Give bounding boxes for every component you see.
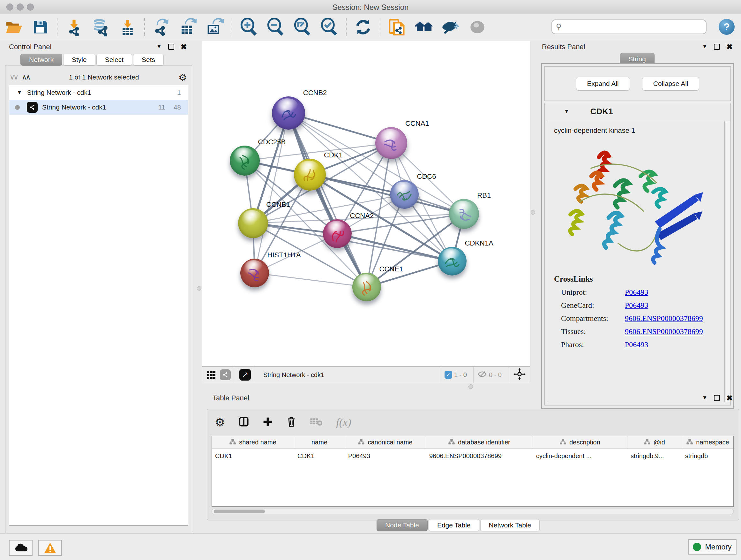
collapse-panel-icon[interactable]: ▼ [702, 395, 708, 401]
table-row[interactable]: CDK1CDK1P064939606.ENSP00000378699cyclin… [212, 449, 733, 463]
delete-column-icon[interactable] [286, 416, 296, 428]
search-box[interactable]: ⚲ [551, 19, 706, 34]
column-header-canonical-name[interactable]: canonical name [345, 436, 426, 449]
save-session-icon[interactable] [30, 17, 50, 37]
table-cell[interactable]: stringdb [682, 452, 734, 460]
cloud-status-button[interactable] [9, 540, 32, 556]
import-network-database-icon[interactable] [91, 17, 111, 37]
open-in-window-icon[interactable]: ↗ [239, 369, 251, 381]
network-node-ccnb2[interactable] [272, 97, 305, 130]
duplicate-network-icon[interactable] [387, 17, 407, 37]
crosslink-genecard-link[interactable]: P06493 [625, 301, 648, 310]
crosslink-uniprot-link[interactable]: P06493 [625, 288, 648, 297]
selected-checkbox-icon[interactable]: ✓ [445, 371, 452, 379]
network-node-cdk1[interactable] [294, 159, 326, 191]
bottom-splitter-handle[interactable] [468, 384, 473, 389]
network-view-canvas[interactable]: CCNB2CCNA1CDC25BCDK1CDC6RB1CCNB1CCNA2CDK… [202, 41, 530, 367]
close-panel-icon[interactable]: ✖ [726, 395, 733, 401]
add-column-icon[interactable] [263, 417, 273, 428]
network-edge[interactable] [255, 273, 367, 287]
network-edge[interactable] [288, 113, 367, 287]
fit-content-crosshair-icon[interactable] [514, 368, 526, 382]
show-columns-icon[interactable] [239, 416, 249, 428]
zoom-out-icon[interactable] [266, 17, 286, 37]
search-input[interactable] [562, 23, 706, 30]
node-table[interactable]: shared namenamecanonical namedatabase id… [212, 436, 734, 507]
column-header--id[interactable]: @id [627, 436, 682, 449]
network-node-cdkn1a[interactable] [438, 247, 467, 275]
tab-style[interactable]: Style [63, 54, 95, 66]
table-cell[interactable]: CDK1 [294, 452, 345, 460]
column-header-description[interactable]: description [533, 436, 627, 449]
delete-table-icon[interactable] [310, 417, 323, 428]
tab-edge-table[interactable]: Edge Table [428, 519, 479, 531]
table-cell[interactable]: 9606.ENSP00000378699 [426, 452, 533, 460]
network-node-ccne1[interactable] [352, 273, 381, 301]
table-horizontal-scrollbar[interactable] [212, 509, 734, 514]
tab-network[interactable]: Network [20, 54, 62, 66]
collapse-panel-icon[interactable]: ▼ [702, 44, 708, 50]
entry-caret-icon[interactable]: ▼ [564, 108, 569, 115]
warning-status-button[interactable] [38, 540, 62, 556]
collapse-panel-icon[interactable]: ▼ [156, 44, 162, 50]
hidden-eye-icon[interactable] [477, 370, 487, 380]
float-panel-icon[interactable] [714, 395, 720, 401]
network-node-cdc25b[interactable] [230, 145, 260, 176]
tab-network-table[interactable]: Network Table [480, 519, 540, 531]
show-all-icon[interactable] [468, 17, 487, 37]
float-panel-icon[interactable] [714, 44, 720, 50]
close-panel-icon[interactable]: ✖ [181, 44, 187, 50]
import-table-file-icon[interactable] [118, 17, 138, 37]
expand-all-button[interactable]: Expand All [576, 77, 630, 91]
scrollbar-thumb[interactable] [214, 509, 265, 513]
import-network-file-icon[interactable] [64, 17, 84, 37]
tab-select[interactable]: Select [96, 54, 132, 66]
collapse-all-networks-icon[interactable]: ∨∨ [10, 73, 17, 81]
column-header-namespace[interactable]: namespace [682, 436, 734, 449]
crosslink-tissues-link[interactable]: 9606.ENSP00000378699 [625, 327, 703, 336]
network-node-hist1h1a[interactable] [240, 259, 269, 287]
hide-selected-icon[interactable] [441, 17, 461, 37]
export-image-icon[interactable] [205, 17, 225, 37]
table-cell[interactable]: stringdb:9... [627, 452, 682, 460]
crosslink-compartments-link[interactable]: 9606.ENSP00000378699 [625, 314, 703, 323]
float-panel-icon[interactable] [168, 44, 174, 50]
table-cell[interactable]: cyclin-dependent ... [533, 452, 627, 460]
birdseye-grid-icon[interactable] [207, 371, 215, 379]
crosslink-pharos-link[interactable]: P06493 [625, 340, 648, 349]
zoom-in-icon[interactable] [239, 17, 259, 37]
export-network-icon[interactable] [151, 17, 172, 37]
zoom-selected-icon[interactable] [320, 17, 339, 37]
network-collection-row[interactable]: ▼ String Network - cdk1 1 [9, 85, 188, 100]
results-scrollbar[interactable] [726, 121, 731, 402]
network-node-ccna1[interactable] [375, 127, 407, 159]
network-node-rb1[interactable] [449, 199, 479, 229]
left-splitter-handle[interactable] [197, 286, 201, 291]
help-icon[interactable]: ? [719, 19, 735, 35]
column-header-name[interactable]: name [294, 436, 345, 449]
export-table-icon[interactable] [179, 17, 198, 37]
memory-button[interactable]: Memory [688, 539, 737, 555]
zoom-fit-icon[interactable] [293, 17, 313, 37]
collection-caret-icon[interactable]: ▼ [17, 90, 22, 96]
table-options-gear-icon[interactable]: ⚙ [215, 416, 225, 429]
network-node-cdc6[interactable] [390, 180, 419, 209]
refresh-layout-icon[interactable] [353, 17, 373, 37]
tab-sets[interactable]: Sets [133, 54, 164, 66]
network-row[interactable]: String Network - cdk1 1148 [9, 100, 188, 115]
expand-all-networks-icon[interactable]: ∧∧ [22, 73, 29, 81]
string-badge-icon[interactable] [220, 369, 231, 380]
open-session-icon[interactable] [3, 17, 23, 37]
column-header-shared-name[interactable]: shared name [212, 436, 294, 449]
column-header-database-identifier[interactable]: database identifier [426, 436, 533, 449]
home-legacy-icon[interactable] [414, 17, 434, 37]
collapse-all-button[interactable]: Collapse All [642, 77, 699, 91]
tab-node-table[interactable]: Node Table [377, 519, 428, 531]
table-cell[interactable]: CDK1 [212, 452, 294, 460]
network-options-gear-icon[interactable]: ⚙ [179, 72, 187, 83]
table-cell[interactable]: P06493 [345, 452, 426, 460]
function-builder-icon[interactable]: f(x) [336, 416, 351, 428]
network-node-ccnb1[interactable] [238, 208, 268, 238]
network-node-ccna2[interactable] [323, 219, 352, 248]
network-edge[interactable] [255, 113, 288, 273]
